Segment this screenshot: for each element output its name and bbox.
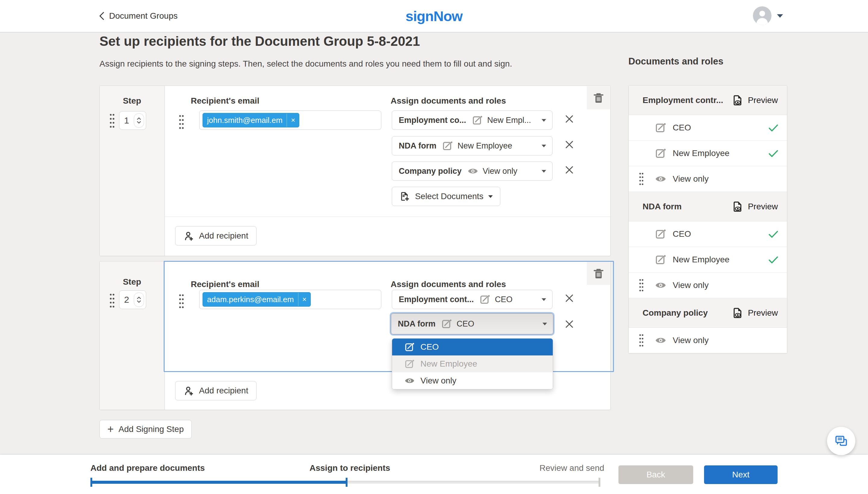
stage-review-and-send: Review and send xyxy=(539,463,604,473)
step-2-stepper-arrows[interactable] xyxy=(134,292,144,307)
role-name: New Employee xyxy=(458,141,512,151)
wizard-footer: Add and prepare documents Assign to reci… xyxy=(0,455,868,494)
view-only-icon xyxy=(404,375,415,386)
doc-name: NDA form xyxy=(398,319,436,329)
sidebar-role-label: CEO xyxy=(673,123,691,133)
step-label: Step xyxy=(100,96,164,106)
preview-label: Preview xyxy=(748,202,778,211)
page-title: Set up recipients for the Document Group… xyxy=(99,34,420,49)
document-add-icon xyxy=(399,191,410,202)
account-menu-caret-icon[interactable] xyxy=(777,14,783,18)
remove-doc-nda-2-button[interactable] xyxy=(564,319,576,331)
signing-step-1-panel: Step 1 Recipient's email Assign document… xyxy=(99,86,611,256)
add-recipient-step-2-button[interactable]: Add recipient xyxy=(175,381,257,400)
drag-handle-icon[interactable] xyxy=(638,172,644,186)
sidebar-role-row: View only xyxy=(629,272,787,298)
step-1-number-stepper[interactable]: 1 xyxy=(119,111,146,130)
sidebar-doc-name: Company policy xyxy=(629,308,732,318)
select-documents-label: Select Documents xyxy=(415,192,483,201)
sidebar-doc-header-nda: NDA form Preview xyxy=(629,192,787,222)
progress-bar-complete xyxy=(90,481,347,484)
role-option-new-employee[interactable]: New Employee xyxy=(392,356,553,372)
remove-doc-employment-2-button[interactable] xyxy=(564,293,576,305)
caret-down-icon xyxy=(541,298,546,301)
doc-role-select-nda-2-open[interactable]: NDA form CEO xyxy=(391,313,553,334)
doc-role-select-employment-2[interactable]: Employment cont... CEO xyxy=(392,290,552,309)
progress-tick-current xyxy=(346,478,348,487)
recipient-2-email-chip[interactable]: adam.perkins@email.em × xyxy=(203,292,311,307)
role-dropdown-menu: CEO New Employee View only xyxy=(392,338,553,390)
stage-assign-to-recipients: Assign to recipients xyxy=(310,463,390,473)
assign-documents-label: Assign documents and roles xyxy=(391,96,506,106)
role-option-label: New Employee xyxy=(421,359,477,369)
recipient-1-drag-handle-icon[interactable] xyxy=(178,114,185,130)
sidebar-role-label: View only xyxy=(673,336,708,345)
sidebar-doc-name: Employment contr... xyxy=(629,95,732,105)
add-recipient-step-1-button[interactable]: Add recipient xyxy=(175,226,257,246)
step-1-drag-handle-icon[interactable] xyxy=(109,113,115,129)
documents-and-roles-title: Documents and roles xyxy=(628,56,723,67)
person-add-icon xyxy=(183,230,194,241)
recipient-1-email-input[interactable]: john.smith@email.em × xyxy=(199,111,381,130)
doc-name: NDA form xyxy=(399,141,437,151)
step-2-drag-handle-icon[interactable] xyxy=(109,293,115,308)
plus-icon: + xyxy=(107,424,114,435)
sidebar-role-row: New Employee xyxy=(629,247,787,272)
chip-remove-icon[interactable]: × xyxy=(287,116,299,125)
add-signing-step-label: Add Signing Step xyxy=(118,424,184,434)
select-documents-button[interactable]: Select Documents xyxy=(392,187,500,206)
role-name: View only xyxy=(483,167,517,176)
step-2-number-stepper[interactable]: 2 xyxy=(119,290,146,309)
role-name: CEO xyxy=(495,295,513,304)
sidebar-role-row: New Employee xyxy=(629,141,787,166)
caret-down-icon xyxy=(541,170,546,173)
remove-doc-nda-button[interactable] xyxy=(564,139,576,151)
doc-role-select-company-policy[interactable]: Company policy View only xyxy=(392,162,552,181)
doc-role-select-employment[interactable]: Employment co... New Empl... xyxy=(392,111,552,130)
preview-employment-button[interactable]: Preview xyxy=(732,95,787,106)
recipient-2-email-input[interactable]: adam.perkins@email.em × xyxy=(199,290,381,309)
remove-doc-company-policy-button[interactable] xyxy=(564,165,576,176)
doc-name: Employment cont... xyxy=(399,295,474,304)
signing-step-2-panel: Step 2 Recipient's email Assign document… xyxy=(99,261,611,410)
add-signing-step-button[interactable]: + Add Signing Step xyxy=(99,420,192,439)
assign-documents-label: Assign documents and roles xyxy=(391,280,506,289)
delete-step-2-button[interactable] xyxy=(587,262,610,285)
sidebar-role-row: View only xyxy=(629,166,787,192)
drag-handle-icon[interactable] xyxy=(638,278,644,292)
next-button[interactable]: Next xyxy=(704,466,778,484)
add-recipient-label: Add recipient xyxy=(199,231,248,241)
step-1-stepper-arrows[interactable] xyxy=(134,113,144,128)
role-option-label: View only xyxy=(421,376,456,385)
chat-bubbles-icon xyxy=(834,434,848,448)
caret-down-icon xyxy=(542,323,547,325)
view-only-icon xyxy=(467,165,479,177)
view-only-icon xyxy=(654,334,667,346)
role-name: CEO xyxy=(457,319,474,329)
doc-role-select-nda[interactable]: NDA form New Employee xyxy=(392,136,552,155)
documents-and-roles-card: Employment contr... Preview CEO New Empl… xyxy=(628,85,787,353)
check-icon xyxy=(768,122,779,133)
back-button[interactable]: Back xyxy=(618,466,693,484)
edit-role-icon xyxy=(441,318,453,329)
delete-step-1-button[interactable] xyxy=(587,86,610,109)
sidebar-role-label: New Employee xyxy=(673,149,730,158)
role-option-ceo[interactable]: CEO xyxy=(392,339,553,356)
preview-company-policy-button[interactable]: Preview xyxy=(732,307,787,319)
recipient-2-drag-handle-icon[interactable] xyxy=(178,293,185,309)
sidebar-role-label: View only xyxy=(673,281,708,290)
doc-name: Employment co... xyxy=(399,116,466,125)
edit-role-icon xyxy=(404,358,415,369)
stage-add-and-prepare: Add and prepare documents xyxy=(90,463,205,473)
avatar[interactable] xyxy=(753,6,772,25)
role-option-view-only[interactable]: View only xyxy=(392,372,553,389)
recipient-1-email-chip[interactable]: john.smith@email.em × xyxy=(203,113,299,128)
remove-doc-employment-button[interactable] xyxy=(564,114,576,126)
caret-down-icon xyxy=(541,145,546,147)
chip-remove-icon[interactable]: × xyxy=(298,295,310,304)
trash-icon xyxy=(593,92,605,104)
drag-handle-icon[interactable] xyxy=(638,334,644,347)
preview-label: Preview xyxy=(748,95,778,105)
preview-nda-button[interactable]: Preview xyxy=(732,201,787,212)
chat-support-button[interactable] xyxy=(827,427,855,455)
